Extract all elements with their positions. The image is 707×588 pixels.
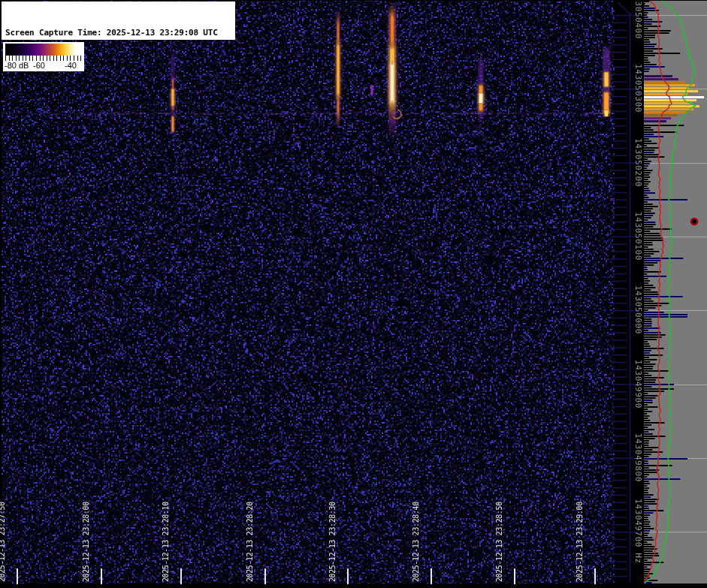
time-axis-tick	[594, 568, 596, 584]
freq-axis-label: 143050200	[632, 138, 643, 187]
legend-label-minus60db: -60	[33, 61, 45, 70]
config-text: Config = V8	[5, 99, 235, 111]
time-axis-label: 2025-12-13 23:28:30	[328, 498, 337, 582]
freq-axis-label: 143050400	[632, 0, 643, 39]
freq-axis-label: 143050000	[632, 285, 643, 334]
time-axis-label: 2025-12-13 23:28:40	[411, 498, 421, 582]
time-axis-tick	[180, 568, 182, 584]
db-colormap-gradient	[5, 44, 81, 56]
freq-axis-label: 143050100	[632, 212, 643, 261]
legend-label-minus40db: -40	[65, 61, 77, 70]
time-axis-tick	[264, 568, 266, 584]
time-axis-label: 2025-12-13 23:29:00	[575, 498, 585, 582]
time-axis-label: 2025-12-13 23:28:20	[245, 498, 255, 582]
time-axis-label: 2025-12-13 23:28:10	[161, 498, 171, 582]
color-scale-legend: -80 dB -60 -40	[3, 42, 84, 71]
freq-axis-label: 143049800	[632, 433, 643, 482]
freq-axis-label: 143049900	[632, 360, 643, 409]
time-axis-tick	[431, 568, 432, 584]
db-scale-labels: -80 dB -60 -40	[5, 61, 82, 71]
legend-label-minus80db: -80 dB	[5, 61, 29, 70]
time-axis-tick	[347, 568, 349, 584]
freq-axis-label: 143050300	[632, 64, 643, 113]
freq-axis-label: 143049700 Hz	[632, 499, 643, 564]
time-axis-tick	[514, 568, 515, 584]
time-axis-tick	[17, 568, 18, 584]
time-axis-tick	[101, 568, 102, 584]
capture-time-text: Screen Capture Time: 2025-12-13 23:29:08…	[5, 27, 235, 39]
spectrogram-capture-window: Screen Capture Time: 2025-12-13 23:29:08…	[0, 0, 707, 588]
time-axis-label: 2025-12-13 23:28:00	[81, 498, 91, 582]
time-axis-label: 2025-12-13 23:28:50	[494, 498, 504, 582]
time-axis-label: 2025-12-13 23:27:50	[0, 498, 7, 582]
db-scale-ticks	[5, 56, 81, 61]
capture-info-box: Screen Capture Time: 2025-12-13 23:29:08…	[2, 2, 235, 40]
